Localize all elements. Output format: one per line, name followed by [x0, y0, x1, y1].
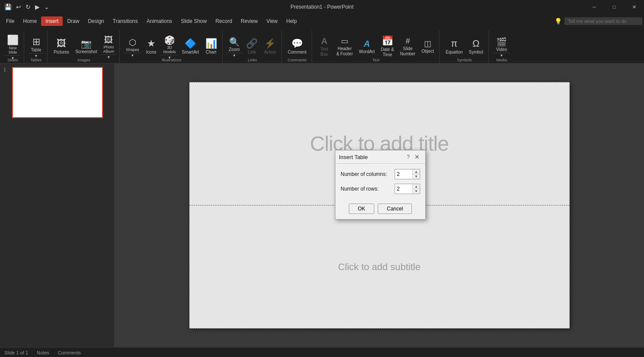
illustrations-group-label: Illustrations [162, 58, 182, 62]
columns-up-btn[interactable]: ▲ [413, 169, 420, 174]
columns-spinner-btns: ▲ ▼ [412, 169, 420, 179]
main-area: 1 Click to add title Click to add subtit… [0, 64, 644, 347]
photo-album-icon: 🖼 [104, 35, 113, 45]
equation-btn[interactable]: π Equation [443, 34, 465, 60]
text-group: A TextBox ▭ Header& Footer A WordArt 📅 D… [313, 30, 440, 63]
status-bar: Slide 1 of 1 Notes Comments [0, 347, 644, 357]
minimize-btn[interactable]: ─ [584, 0, 604, 14]
links-group: 🔍 Zoom ▼ 🔗 Link ⚡ Action Links [223, 30, 282, 63]
dialog-body: Number of columns: ▲ ▼ Number of rows: [335, 164, 425, 202]
comments-group-label: Comments [288, 58, 307, 62]
slide-number-btn[interactable]: # SlideNumber [398, 34, 418, 60]
object-btn[interactable]: ◫ Object [419, 34, 437, 60]
pictures-icon: 🖼 [57, 39, 66, 48]
rows-label: Number of rows: [341, 186, 379, 192]
pictures-btn[interactable]: 🖼 Pictures [51, 34, 72, 60]
columns-input[interactable] [395, 169, 412, 179]
screenshot-icon: 📷 [81, 39, 92, 48]
new-slide-btn[interactable]: ⬜ New Slide ▼ [4, 33, 21, 61]
close-btn[interactable]: ✕ [624, 0, 644, 14]
dialog-title-actions: ? ✕ [405, 153, 422, 161]
rows-row: Number of rows: ▲ ▼ [341, 184, 420, 194]
lightbulb-icon: 💡 [555, 18, 562, 25]
menu-draw[interactable]: Draw [63, 16, 83, 26]
slide-subtitle-area[interactable]: Click to add subtitle [189, 205, 570, 328]
menu-record[interactable]: Record [211, 16, 236, 26]
shapes-icon: ⬡ [129, 37, 136, 48]
columns-row: Number of columns: ▲ ▼ [341, 169, 420, 179]
menu-review[interactable]: Review [236, 16, 262, 26]
menu-home[interactable]: Home [19, 16, 41, 26]
save-quick-btn[interactable]: 💾 [3, 3, 13, 11]
dialog-ok-btn[interactable]: OK [349, 204, 374, 214]
smartart-btn[interactable]: 🔷 SmartArt [179, 34, 201, 60]
3d-models-btn[interactable]: 🎲 3D Models ▼ [161, 33, 179, 61]
header-footer-icon: ▭ [341, 37, 348, 45]
photo-album-btn[interactable]: 🖼 Photo Album ▼ [101, 33, 117, 60]
undo-quick-btn[interactable]: ↩ [14, 3, 23, 11]
slide-panel: 1 [0, 64, 115, 347]
symbol-icon: Ω [472, 39, 479, 48]
photo-album-dropdown-icon: ▼ [107, 55, 111, 59]
rows-input[interactable] [395, 184, 412, 194]
comments-btn[interactable]: Comments [58, 350, 81, 355]
shapes-dropdown-icon: ▼ [131, 54, 134, 57]
video-dropdown-icon: ▼ [500, 54, 503, 57]
slide-subtitle-placeholder: Click to add subtitle [338, 261, 421, 273]
menu-insert[interactable]: Insert [41, 16, 63, 26]
chart-icon: 📊 [205, 39, 217, 48]
menu-file[interactable]: File [2, 16, 19, 26]
images-group: 🖼 Pictures 📷 Screenshot 🖼 Photo Album ▼ [48, 30, 120, 63]
comment-btn[interactable]: 💬 Comment [285, 34, 309, 60]
canvas-area: Click to add title Click to add subtitle… [115, 64, 644, 347]
zoom-btn[interactable]: 🔍 Zoom ▼ [226, 35, 242, 58]
columns-down-btn[interactable]: ▼ [413, 174, 420, 179]
notes-btn[interactable]: Notes [37, 350, 49, 355]
comments-group: 💬 Comment Comments [283, 30, 312, 63]
window-controls: ─ □ ✕ [584, 0, 644, 14]
rows-up-btn[interactable]: ▲ [413, 184, 420, 189]
date-time-btn[interactable]: 📅 Date &Time [378, 34, 397, 60]
menu-view[interactable]: View [262, 16, 282, 26]
run-quick-btn[interactable]: ▶ [33, 3, 41, 11]
table-btn[interactable]: ⊞ Table ▼ [29, 35, 44, 59]
menu-animations[interactable]: Animations [142, 16, 176, 26]
tables-group: ⊞ Table ▼ Tables [25, 30, 48, 63]
images-group-label: Images [77, 58, 90, 62]
menu-transitions[interactable]: Transitions [108, 16, 142, 26]
video-icon: 🎬 [496, 37, 507, 47]
menu-bar: File Home Insert Draw Design Transitions… [0, 14, 644, 29]
insert-table-dialog: Insert Table ? ✕ Number of columns: ▲ ▼ [335, 150, 426, 220]
maximize-btn[interactable]: □ [604, 0, 624, 14]
symbols-group-label: Symbols [457, 58, 472, 62]
header-footer-btn[interactable]: ▭ Header& Footer [334, 34, 355, 60]
3d-models-icon: 🎲 [164, 35, 175, 45]
menu-design[interactable]: Design [83, 16, 108, 26]
dialog-cancel-btn[interactable]: Cancel [378, 204, 412, 214]
symbols-group: π Equation Ω Symbol Symbols [440, 30, 489, 63]
video-btn[interactable]: 🎬 Video ▼ [494, 35, 510, 58]
textbox-icon: A [321, 37, 327, 45]
slide-thumbnail[interactable] [12, 67, 103, 118]
dialog-help-btn[interactable]: ? [405, 153, 411, 160]
screenshot-btn[interactable]: 📷 Screenshot [73, 34, 100, 60]
redo-quick-btn[interactable]: ↻ [24, 3, 32, 11]
text-group-label: Text [373, 58, 380, 62]
icons-btn[interactable]: ★ Icons [143, 34, 160, 60]
rows-down-btn[interactable]: ▼ [413, 189, 420, 194]
table-dropdown-icon: ▼ [35, 54, 38, 58]
menu-slideshow[interactable]: Slide Show [176, 16, 211, 26]
table-icon: ⊞ [32, 36, 40, 48]
symbol-btn[interactable]: Ω Symbol [466, 34, 486, 60]
tables-group-label: Tables [30, 58, 41, 62]
quick-access-toolbar: 💾 ↩ ↻ ▶ ⌄ [0, 0, 54, 14]
chart-btn[interactable]: 📊 Chart [202, 34, 220, 60]
more-quick-btn[interactable]: ⌄ [42, 3, 51, 11]
slide-number-icon: # [405, 37, 410, 45]
shapes-btn[interactable]: ⬡ Shapes ▼ [123, 35, 142, 58]
slide-thumbnail-container: 1 [3, 67, 111, 118]
menu-help[interactable]: Help [282, 16, 301, 26]
search-input[interactable] [564, 17, 642, 25]
dialog-close-btn[interactable]: ✕ [412, 153, 422, 161]
wordart-btn[interactable]: A WordArt [357, 34, 378, 60]
